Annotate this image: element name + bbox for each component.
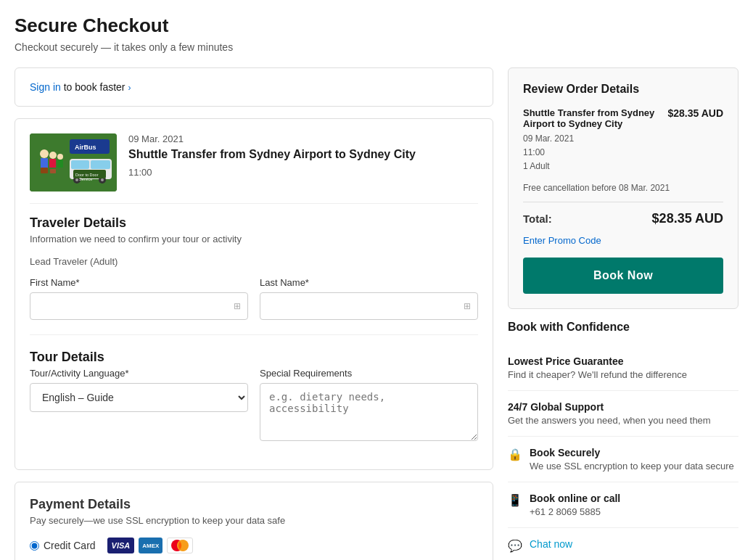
- first-name-wrapper: ⊞: [30, 292, 248, 320]
- svg-point-5: [57, 154, 63, 160]
- svg-rect-8: [50, 169, 56, 173]
- phone-number: +61 2 8069 5885: [530, 506, 620, 517]
- phone-label: Book online or call: [530, 493, 620, 504]
- svg-rect-6: [57, 160, 63, 168]
- svg-rect-4: [49, 159, 56, 168]
- free-cancellation: Free cancellation before 08 Mar. 2021: [523, 183, 723, 202]
- lead-traveler-label: Lead Traveler (Adult): [30, 256, 478, 267]
- section-divider-1: [30, 334, 478, 335]
- last-name-group: Last Name* ⊞: [260, 277, 478, 320]
- lock-icon: 🔒: [508, 448, 522, 461]
- card-logos: VISA AMEX: [107, 538, 194, 553]
- svg-point-17: [101, 178, 104, 181]
- book-now-button[interactable]: Book Now: [523, 258, 723, 294]
- phone-icon: 📱: [508, 493, 522, 507]
- phone-text: Book online or call +61 2 8069 5885: [530, 493, 620, 517]
- svg-rect-13: [91, 160, 110, 169]
- confidence-item-secure: 🔒 Book Securely We use SSL encryption to…: [508, 437, 738, 482]
- tour-image: AirBus Door to Door Service: [30, 133, 117, 192]
- support-desc: Get the answers you need, when you need …: [508, 415, 738, 426]
- svg-point-1: [40, 149, 49, 158]
- confidence-title: Book with Confidence: [508, 321, 738, 334]
- left-column: Sign in to book faster ›: [15, 67, 493, 560]
- language-label: Tour/Activity Language*: [30, 368, 248, 379]
- special-req-group: Special Requirements: [260, 368, 478, 443]
- first-name-group: First Name* ⊞: [30, 277, 248, 320]
- chat-row: 💬 Chat now: [508, 538, 738, 553]
- tour-time: 11:00: [128, 167, 416, 178]
- traveler-details-section: Traveler Details Information we need to …: [30, 215, 478, 320]
- first-name-icon: ⊞: [234, 301, 241, 311]
- amex-logo: AMEX: [139, 538, 162, 553]
- order-item: Shuttle Transfer from Sydney Airport to …: [523, 107, 723, 174]
- confidence-item-price: Lowest Price Guarantee Find it cheaper? …: [508, 345, 738, 391]
- lowest-price-title: Lowest Price Guarantee: [508, 355, 738, 367]
- last-name-icon: ⊞: [464, 301, 471, 311]
- confidence-section: Book with Confidence Lowest Price Guaran…: [508, 321, 738, 560]
- order-item-info: Shuttle Transfer from Sydney Airport to …: [523, 107, 659, 174]
- first-name-label: First Name*: [30, 277, 248, 288]
- confidence-item-phone: 📱 Book online or call +61 2 8069 5885: [508, 482, 738, 528]
- total-price: $28.35 AUD: [652, 211, 723, 226]
- page-subtitle: Checkout securely — it takes only a few …: [15, 41, 738, 53]
- order-item-adults: 1 Adult: [523, 160, 659, 173]
- signin-text: Sign in: [30, 81, 61, 93]
- chat-icon: 💬: [508, 539, 522, 553]
- payment-section: Payment Details Pay securely—we use SSL …: [15, 482, 493, 560]
- payment-subtitle: Pay securely—we use SSL encryption to ke…: [30, 515, 478, 526]
- traveler-section-subtitle: Information we need to confirm your tour…: [30, 234, 478, 244]
- last-name-label: Last Name*: [260, 277, 478, 288]
- visa-logo: VISA: [107, 538, 135, 553]
- right-column: Review Order Details Shuttle Transfer fr…: [508, 67, 738, 560]
- signin-prompt: Sign in to book faster ›: [30, 81, 131, 93]
- signin-card: Sign in to book faster ›: [15, 67, 493, 107]
- svg-point-15: [75, 178, 78, 181]
- last-name-input[interactable]: [260, 292, 478, 320]
- order-item-time: 11:00: [523, 146, 659, 160]
- secure-row: 🔒 Book Securely We use SSL encryption to…: [508, 447, 738, 472]
- order-title: Review Order Details: [523, 83, 723, 96]
- tour-card: AirBus Door to Door Service: [15, 118, 493, 470]
- total-row: Total: $28.35 AUD: [523, 211, 723, 226]
- payment-title: Payment Details: [30, 497, 478, 512]
- special-req-textarea[interactable]: [260, 383, 478, 441]
- language-group: Tour/Activity Language* English – Guide: [30, 368, 248, 443]
- svg-rect-7: [41, 168, 48, 173]
- support-title: 24/7 Global Support: [508, 401, 738, 413]
- tour-details-row: Tour/Activity Language* English – Guide …: [30, 368, 478, 443]
- credit-card-radio[interactable]: [30, 541, 39, 551]
- order-item-date: 09 Mar. 2021: [523, 132, 659, 146]
- credit-card-label: Credit Card: [44, 540, 96, 551]
- traveler-section-title: Traveler Details: [30, 215, 478, 231]
- order-item-price: $28.35 AUD: [667, 107, 723, 119]
- svg-rect-12: [71, 160, 89, 169]
- phone-row: 📱 Book online or call +61 2 8069 5885: [508, 493, 738, 517]
- tour-title: Shuttle Transfer from Sydney Airport to …: [128, 147, 416, 162]
- chevron-icon: ›: [128, 83, 131, 93]
- svg-text:Service: Service: [79, 177, 92, 181]
- name-fields-row: First Name* ⊞ Last Name* ⊞: [30, 277, 478, 320]
- secure-text: Book Securely We use SSL encryption to k…: [530, 447, 734, 472]
- credit-card-option[interactable]: Credit Card: [30, 540, 96, 551]
- total-label: Total:: [523, 213, 552, 225]
- special-req-label: Special Requirements: [260, 368, 478, 379]
- svg-text:AirBus: AirBus: [75, 144, 96, 151]
- language-select[interactable]: English – Guide: [30, 383, 248, 412]
- order-card: Review Order Details Shuttle Transfer fr…: [508, 67, 738, 309]
- promo-code-link[interactable]: Enter Promo Code: [523, 235, 723, 246]
- mastercard-logo: [167, 538, 193, 553]
- tour-details-section: Tour Details Tour/Activity Language* Eng…: [30, 350, 478, 443]
- svg-rect-2: [41, 158, 48, 168]
- confidence-item-support: 24/7 Global Support Get the answers you …: [508, 391, 738, 437]
- tour-header: AirBus Door to Door Service: [30, 133, 478, 204]
- chat-now-link[interactable]: Chat now: [530, 538, 572, 550]
- tour-date: 09 Mar. 2021: [128, 133, 416, 144]
- svg-point-3: [49, 152, 57, 159]
- tour-details-title: Tour Details: [30, 350, 478, 365]
- secure-title: Book Securely: [530, 447, 734, 458]
- confidence-item-chat: 💬 Chat now: [508, 528, 738, 560]
- signin-link[interactable]: Sign in: [30, 81, 64, 93]
- order-item-name: Shuttle Transfer from Sydney Airport to …: [523, 107, 659, 129]
- last-name-wrapper: ⊞: [260, 292, 478, 320]
- first-name-input[interactable]: [30, 292, 248, 320]
